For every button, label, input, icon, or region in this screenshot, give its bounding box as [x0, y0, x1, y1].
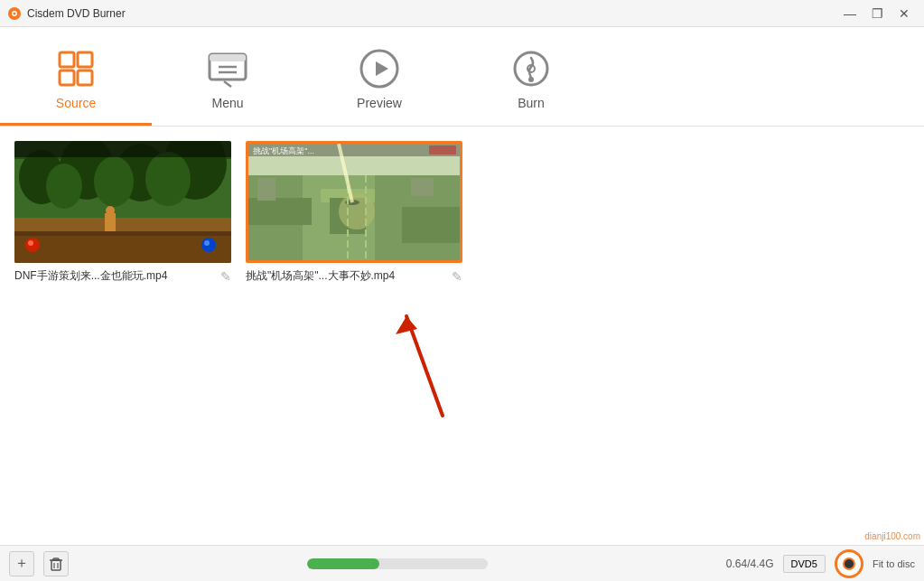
progress-bar	[307, 558, 488, 569]
maximize-button[interactable]: ❐	[864, 4, 890, 23]
svg-rect-42	[402, 207, 460, 243]
svg-rect-27	[14, 218, 231, 231]
title-bar-controls: — ❐ ✕	[837, 4, 917, 23]
svg-point-15	[528, 77, 534, 82]
svg-marker-54	[396, 316, 417, 334]
svg-rect-48	[257, 178, 275, 201]
tab-menu[interactable]: Menu	[152, 27, 303, 126]
video-thumb-2[interactable]: 挑战"机场高架"...	[246, 141, 462, 263]
minimize-button[interactable]: —	[837, 4, 863, 23]
tab-preview-label: Preview	[357, 96, 402, 110]
svg-point-32	[28, 240, 33, 246]
delete-button[interactable]	[43, 551, 69, 576]
svg-marker-13	[376, 61, 388, 76]
video-filename-1: DNF手游策划来...金也能玩.mp4	[14, 268, 167, 284]
app-title: Cisdem DVD Burner	[27, 7, 126, 20]
video-thumb-1[interactable]	[14, 141, 231, 263]
edit-icon-2[interactable]: ✎	[452, 269, 462, 284]
video-caption-2: 挑战"机场高架"...大事不妙.mp4 ✎	[246, 268, 462, 284]
svg-rect-3	[60, 52, 74, 67]
video-caption-1: DNF手游策划来...金也能玩.mp4 ✎	[14, 268, 231, 284]
title-bar-left: Cisdem DVD Burner	[7, 6, 126, 21]
video-item-1[interactable]: DNF手游策划来...金也能玩.mp4 ✎	[14, 141, 231, 284]
svg-line-11	[224, 81, 231, 87]
svg-point-30	[106, 206, 115, 215]
tab-preview[interactable]: Preview	[303, 27, 455, 126]
svg-rect-29	[105, 213, 116, 231]
tab-burn[interactable]: Burn	[455, 27, 607, 126]
svg-rect-57	[53, 558, 59, 560]
arrow-indicator	[388, 307, 461, 428]
preview-icon	[358, 47, 401, 90]
svg-point-23	[46, 164, 82, 209]
video-item-2[interactable]: 挑战"机场高架"... 挑战"机场高架"...大事不妙.mp4 ✎	[246, 141, 462, 284]
app-icon	[7, 6, 22, 21]
main-content: DNF手游策划来...金也能玩.mp4 ✎	[0, 127, 924, 545]
video-thumbnail-1	[14, 141, 231, 263]
close-button[interactable]: ✕	[891, 4, 917, 23]
video-thumbnail-2: 挑战"机场高架"...	[248, 144, 460, 260]
svg-point-24	[94, 156, 134, 207]
burn-icon	[509, 47, 553, 90]
fit-to-disc-label: Fit to disc	[873, 558, 915, 569]
progress-fill	[307, 558, 379, 569]
edit-icon-1[interactable]: ✎	[220, 269, 231, 284]
svg-point-34	[204, 240, 210, 246]
svg-rect-4	[78, 52, 92, 67]
tab-menu-label: Menu	[211, 96, 243, 110]
svg-rect-41	[248, 198, 312, 225]
disc-icon	[835, 549, 863, 578]
svg-rect-35	[14, 141, 231, 157]
svg-rect-5	[60, 70, 74, 85]
svg-point-25	[145, 152, 191, 206]
svg-text:挑战"机场高架"...: 挑战"机场高架"...	[253, 146, 314, 155]
add-button[interactable]: ＋	[9, 551, 34, 576]
arrow-svg	[388, 307, 461, 425]
disc-type-selector: DVD5	[783, 555, 826, 573]
nav-tabs: Source Menu Preview Burn	[0, 27, 924, 127]
watermark: dianji100.com	[864, 531, 920, 541]
svg-rect-8	[210, 54, 246, 61]
svg-rect-28	[14, 231, 231, 236]
tab-source-label: Source	[56, 96, 96, 110]
video-filename-2: 挑战"机场高架"...大事不妙.mp4	[246, 268, 395, 284]
menu-icon	[206, 47, 249, 90]
disc-type-button[interactable]: DVD5	[783, 555, 826, 573]
tab-burn-label: Burn	[518, 96, 545, 110]
source-icon	[54, 47, 98, 90]
title-bar: Cisdem DVD Burner — ❐ ✕	[0, 0, 924, 27]
svg-rect-55	[51, 560, 61, 570]
svg-line-53	[406, 316, 443, 416]
svg-point-2	[14, 12, 16, 14]
svg-rect-49	[411, 178, 434, 196]
svg-rect-47	[429, 145, 456, 155]
svg-rect-6	[78, 70, 92, 85]
svg-point-43	[339, 193, 375, 230]
bottom-bar: ＋ 0.64/4.4G DVD5 Fit to disc	[0, 545, 924, 581]
tab-source[interactable]: Source	[0, 27, 152, 126]
add-icon: ＋	[14, 554, 29, 573]
trash-icon	[49, 557, 63, 571]
disc-info: 0.64/4.4G	[726, 558, 774, 570]
